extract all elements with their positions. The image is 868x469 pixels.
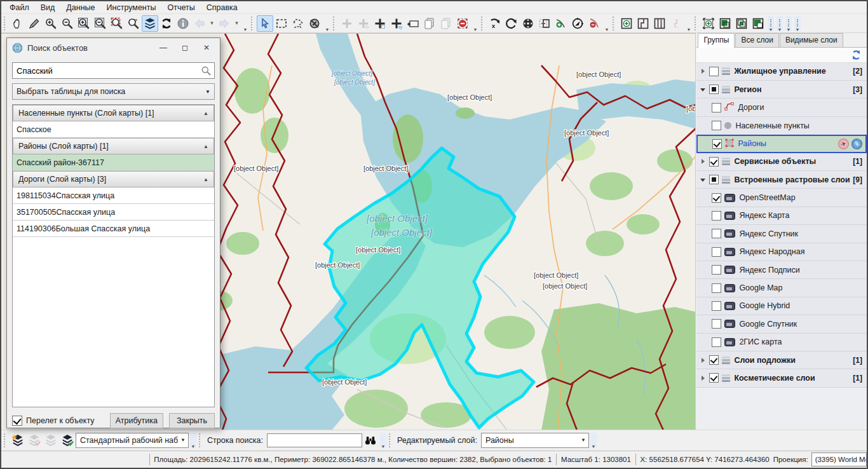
layer-checkbox[interactable] xyxy=(712,265,721,275)
delete-object-icon[interactable] xyxy=(454,15,471,32)
toolbar-overflow[interactable]: ▼ xyxy=(190,433,196,448)
workset-combobox[interactable]: Стандартный рабочий набор ▼ xyxy=(76,433,189,448)
toolbar-overflow[interactable]: ▼ xyxy=(242,16,248,31)
editable-layer-combobox[interactable]: Районы ▼ xyxy=(481,433,589,448)
toolbar-grip[interactable] xyxy=(695,17,698,31)
frame-split-icon[interactable] xyxy=(668,15,684,32)
search-icon[interactable] xyxy=(201,65,212,76)
layer-checkbox[interactable] xyxy=(712,247,721,257)
layer-row[interactable]: 2ГИС карта xyxy=(696,334,867,351)
layer-row[interactable]: OpenStreetMap xyxy=(696,189,867,207)
result-group-header[interactable]: Дороги (Слой карты) [3]▲ xyxy=(13,171,214,187)
dialog-titlebar[interactable]: Поиск объектов — ◻ ✕ xyxy=(7,38,220,57)
add-vertex-xy-icon[interactable]: xy xyxy=(388,15,405,32)
close-dialog-button[interactable]: Закрыть xyxy=(169,413,215,428)
layer-row[interactable]: Google Hybrid xyxy=(696,297,867,315)
clear-selection-icon[interactable] xyxy=(306,15,323,32)
expander-icon[interactable] xyxy=(699,85,708,94)
layer-checkbox[interactable] xyxy=(709,175,719,184)
pan-hand-icon[interactable] xyxy=(10,15,26,32)
rotate-icon[interactable] xyxy=(503,15,520,32)
add-rect-object-icon[interactable] xyxy=(405,15,421,32)
tab-all-layers[interactable]: Все слои xyxy=(735,33,779,47)
menu-reports[interactable]: Отчеты xyxy=(161,2,200,13)
flyto-checkbox[interactable] xyxy=(12,416,22,426)
frame-bracket-icon[interactable] xyxy=(635,15,651,32)
refresh-icon[interactable] xyxy=(158,15,175,32)
arc-add-icon[interactable] xyxy=(553,15,569,32)
nav-back-dropdown[interactable]: ▼ xyxy=(208,16,216,31)
zoom-in-box-icon[interactable] xyxy=(76,15,92,32)
toolbar-overflow[interactable]: ▼ xyxy=(785,16,792,31)
layer-group-row[interactable]: Регион[3] xyxy=(696,81,867,99)
close-button[interactable]: ✕ xyxy=(196,40,217,55)
toolbar-grip[interactable] xyxy=(251,17,255,31)
toolbar-overflow[interactable]: ▼ xyxy=(590,433,597,448)
expander-icon[interactable] xyxy=(699,175,708,184)
menu-file[interactable]: Файл xyxy=(4,2,35,13)
toolbar-grip[interactable] xyxy=(389,433,393,447)
layer-checkbox[interactable] xyxy=(712,103,721,112)
workset-save-icon[interactable] xyxy=(43,432,59,449)
zoom-out-icon[interactable] xyxy=(59,15,76,32)
nav-back-icon[interactable] xyxy=(191,15,208,32)
workset-star-icon[interactable] xyxy=(10,432,26,449)
toolbar-grip[interactable] xyxy=(4,17,8,31)
create-object-icon[interactable] xyxy=(700,15,717,32)
layer-checkbox[interactable] xyxy=(712,121,721,130)
toolbar-overflow[interactable]: ▼ xyxy=(472,16,478,31)
menu-data[interactable]: Данные xyxy=(60,2,100,13)
layer-checkbox[interactable] xyxy=(709,67,719,76)
binoculars-icon[interactable] xyxy=(362,432,379,449)
layer-checkbox[interactable] xyxy=(709,355,719,365)
layer-checkbox[interactable] xyxy=(712,139,722,149)
fly-to-layer-icon[interactable]: ✈ xyxy=(837,137,851,151)
result-item[interactable]: 198115034Спасская улица xyxy=(13,187,214,204)
layer-group-row[interactable]: Сервисные объекты[1] xyxy=(696,153,867,171)
menu-view[interactable]: Вид xyxy=(35,2,61,13)
expander-icon[interactable] xyxy=(699,374,708,383)
result-item-selected[interactable]: Спасский район-367117 xyxy=(13,154,214,171)
rotate-x-icon[interactable]: x xyxy=(487,15,503,32)
toolbar-overflow[interactable]: ▼ xyxy=(324,16,330,31)
layer-group-row[interactable]: Встроенные растровые слои[9] xyxy=(696,171,867,189)
layer-checkbox[interactable] xyxy=(709,373,719,383)
toolbar-overflow[interactable]: ▼ xyxy=(380,433,386,448)
menu-help[interactable]: Справка xyxy=(201,2,243,13)
layer-checkbox[interactable] xyxy=(709,157,719,167)
edit-layer-icon[interactable]: ✎ xyxy=(851,138,864,151)
add-point-icon[interactable] xyxy=(339,15,355,32)
layer-group-row[interactable]: Слои подложки[1] xyxy=(696,351,867,369)
layer-checkbox[interactable] xyxy=(709,85,719,94)
result-item[interactable]: 114190306Большая Спасская улица xyxy=(13,221,214,237)
copy-object-icon[interactable] xyxy=(421,15,438,32)
expander-icon[interactable] xyxy=(699,356,708,365)
quick-search-input[interactable] xyxy=(267,433,362,447)
zoom-to-layer-icon[interactable] xyxy=(125,15,142,32)
expander-icon[interactable] xyxy=(699,157,708,166)
layer-row[interactable]: Яндекс Спутник xyxy=(696,225,867,243)
layer-row[interactable]: Яндекс Карта xyxy=(696,207,867,225)
layer-group-row[interactable]: Косметические слои[1] xyxy=(696,369,867,387)
result-group-header[interactable]: Населенные пункты (Слой карты) [1]▲ xyxy=(13,105,214,121)
attributes-button[interactable]: Атрибутика xyxy=(110,413,163,428)
combine-intersect-icon[interactable] xyxy=(733,15,750,32)
toolbar-overflow[interactable]: ▼ xyxy=(768,16,774,31)
zoom-out-box-icon[interactable] xyxy=(92,15,109,32)
layers-visibility-icon[interactable] xyxy=(142,15,158,32)
toolbar-overflow[interactable]: ▼ xyxy=(794,16,801,31)
paste-object-icon[interactable] xyxy=(438,15,454,32)
combine-union-icon[interactable] xyxy=(717,15,733,32)
layer-row[interactable]: Дороги xyxy=(696,99,867,116)
layer-checkbox[interactable] xyxy=(712,229,721,238)
zoom-in-icon[interactable] xyxy=(43,15,59,32)
frame-parallel-icon[interactable] xyxy=(651,15,668,32)
toolbar-overflow[interactable]: ▼ xyxy=(604,16,610,31)
layer-row[interactable]: Яндекс Народная xyxy=(696,243,867,261)
move-object-icon[interactable] xyxy=(520,15,536,32)
select-lasso-icon[interactable] xyxy=(290,15,306,32)
minimize-button[interactable]: — xyxy=(153,40,174,55)
result-group-header[interactable]: Районы (Слой карты) [1]▲ xyxy=(13,138,214,154)
toolbar-grip[interactable] xyxy=(199,433,203,447)
measure-icon[interactable] xyxy=(26,15,43,32)
